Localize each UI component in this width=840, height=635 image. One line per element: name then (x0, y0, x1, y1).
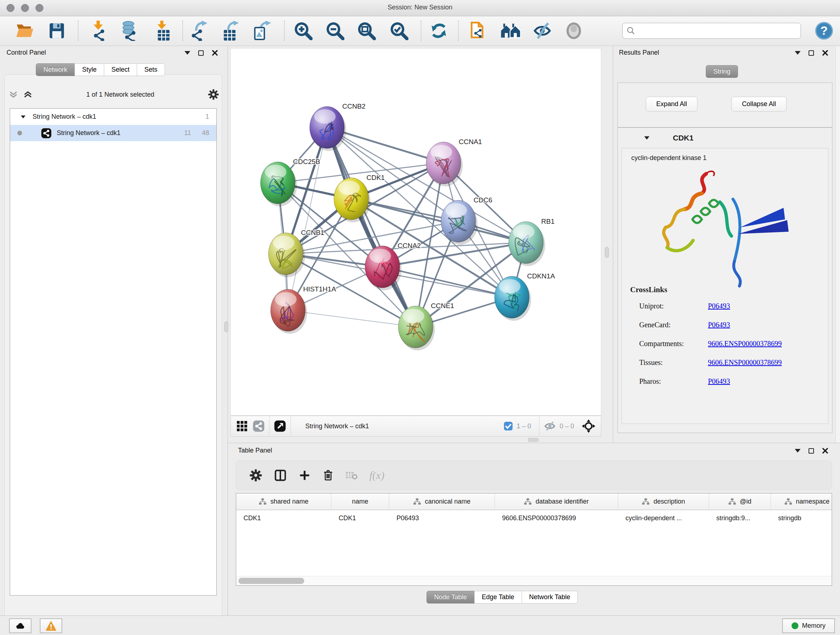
tab-select[interactable]: Select (104, 63, 137, 76)
hscroll-thumb[interactable] (238, 578, 304, 584)
node-CDC25B[interactable]: CDC25B (261, 158, 320, 206)
share-document-button[interactable] (468, 20, 489, 42)
bottom-splitter-handle[interactable] (528, 438, 538, 442)
tab-network-table[interactable]: Network Table (522, 591, 578, 603)
crosslink-link[interactable]: P06493 (708, 321, 730, 329)
node-label-CDKN1A: CDKN1A (527, 272, 555, 280)
export-image-button[interactable] (251, 20, 273, 42)
column-header-description[interactable]: description (618, 494, 709, 510)
zoom-out-button[interactable] (324, 20, 346, 42)
delete-button[interactable] (322, 469, 334, 482)
search-input[interactable] (622, 23, 801, 39)
node-CDC6[interactable]: CDC6 (441, 196, 493, 245)
column-header-namespace[interactable]: namespace (771, 494, 832, 510)
help-button[interactable]: ? (813, 20, 835, 42)
float-panel-icon[interactable] (808, 448, 814, 454)
network-row[interactable]: String Network – cdk1 11 48 (10, 125, 216, 141)
column-header-name[interactable]: name (332, 494, 389, 510)
column-header-shared-name[interactable]: shared name (236, 494, 332, 510)
gear-button[interactable] (249, 469, 262, 482)
edge-CCNB2-HIST1H1A[interactable] (288, 127, 327, 310)
tab-sets[interactable]: Sets (137, 63, 165, 76)
node-CCNB2[interactable]: CCNB2 (309, 103, 365, 151)
import-network-database-button[interactable] (118, 20, 139, 42)
crosslink-link[interactable]: 9606.ENSP00000378699 (708, 358, 782, 367)
crosslink-link[interactable]: 9606.ENSP00000378699 (708, 340, 782, 348)
float-panel-icon[interactable] (198, 50, 204, 56)
crosslink-link[interactable]: P06493 (708, 302, 730, 310)
crosslink-label: Tissues: (639, 358, 708, 367)
close-panel-icon[interactable] (822, 448, 829, 454)
results-panel-title: Results Panel (619, 49, 659, 57)
cloud-status-button[interactable] (9, 618, 32, 633)
right-splitter-handle[interactable] (605, 247, 609, 258)
export-table-button[interactable] (219, 20, 241, 42)
tab-edge-table[interactable]: Edge Table (474, 591, 522, 603)
cloud-icon (15, 622, 26, 630)
save-button[interactable] (46, 20, 68, 42)
column-type-icon (259, 498, 267, 505)
birdseye-view-icon[interactable] (274, 420, 286, 432)
memory-button[interactable]: Memory (782, 618, 835, 633)
grid-view-icon[interactable] (236, 420, 248, 432)
edge-CCNA2-CDKN1A[interactable] (382, 267, 512, 297)
network-list: String Network – cdk1 1 String Network –… (10, 108, 217, 595)
crosslink-link[interactable]: P06493 (708, 377, 730, 386)
panel-menu-icon[interactable] (795, 51, 801, 55)
selected-checkbox-icon[interactable] (504, 421, 513, 431)
gear-icon[interactable] (208, 89, 219, 100)
float-panel-icon[interactable] (808, 50, 814, 56)
close-panel-icon[interactable] (822, 50, 829, 56)
left-splitter-handle[interactable] (224, 321, 228, 333)
column-header--id[interactable]: @id (709, 494, 771, 510)
network-collection-row[interactable]: String Network – cdk1 1 (10, 109, 216, 125)
export-network-button[interactable] (188, 20, 210, 42)
warnings-button[interactable] (40, 618, 62, 633)
column-header-database-identifier[interactable]: database identifier (495, 494, 618, 510)
panel-menu-icon[interactable] (185, 51, 190, 55)
network-canvas[interactable]: CCNB2CCNA1CDC25BCDK1CDC6RB1CCNB1CCNA2CDK… (231, 48, 601, 416)
hide-selected-button[interactable] (531, 20, 553, 42)
gene-expand-icon[interactable] (644, 136, 649, 140)
tab-string[interactable]: String (706, 65, 738, 78)
node-RB1[interactable]: RB1 (508, 218, 554, 266)
node-CCNE1[interactable]: CCNE1 (398, 302, 454, 350)
node-CCNA1[interactable]: CCNA1 (426, 138, 482, 187)
show-all-button[interactable] (563, 20, 584, 42)
hidden-eye-icon[interactable] (544, 420, 556, 432)
columns-button[interactable] (274, 469, 287, 482)
zoom-fit-button[interactable] (355, 20, 377, 42)
tab-node-table[interactable]: Node Table (426, 591, 475, 603)
gene-section: CDK1 cyclin-dependent kinase 1 (617, 127, 832, 433)
close-panel-icon[interactable] (212, 50, 218, 56)
expand-all-button[interactable]: Expand All (646, 97, 698, 111)
table-hscrollbar[interactable] (236, 576, 832, 585)
edge-CCNB2-CCNE1[interactable] (327, 127, 416, 327)
zoom-in-button[interactable] (292, 20, 314, 42)
network-status-dot (17, 131, 22, 135)
tab-style[interactable]: Style (74, 63, 104, 76)
collapse-all-icon[interactable] (9, 90, 18, 99)
import-network-file-button[interactable] (87, 20, 109, 42)
refresh-button[interactable] (428, 20, 450, 42)
open-file-button[interactable] (14, 20, 35, 42)
column-header-canonical-name[interactable]: canonical name (389, 494, 495, 510)
collapse-all-button[interactable]: Collapse All (731, 97, 786, 111)
home-button[interactable] (500, 20, 522, 42)
results-scrollbar[interactable] (835, 46, 840, 443)
panel-menu-icon[interactable] (795, 449, 801, 453)
function-builder-button: f(x) (369, 469, 385, 481)
add-button[interactable] (298, 469, 311, 481)
zoom-selected-button[interactable] (388, 20, 410, 42)
gene-header[interactable]: CDK1 (618, 128, 832, 148)
tab-network[interactable]: Network (36, 63, 75, 76)
table-row[interactable]: CDK1CDK1P064939606.ENSP00000378699cyclin… (236, 510, 832, 526)
application-window: Session: New Session ? Control Panel Net… (0, 0, 840, 635)
fit-content-icon[interactable] (581, 419, 596, 433)
node-CDKN1A[interactable]: CDKN1A (494, 272, 555, 321)
node-HIST1H1A[interactable]: HIST1H1A (271, 285, 336, 334)
share-view-icon[interactable] (253, 420, 265, 432)
expand-all-icon[interactable] (23, 90, 33, 99)
collection-expand-icon[interactable] (21, 116, 26, 119)
import-table-button[interactable] (150, 20, 172, 42)
